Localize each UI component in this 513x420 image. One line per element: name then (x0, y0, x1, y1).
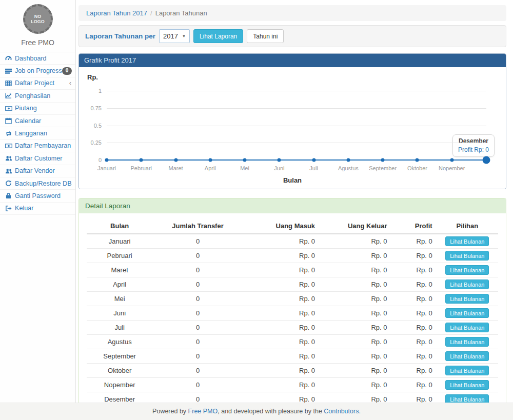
x-tick-label: April (205, 165, 216, 171)
cell-masuk: Rp. 0 (243, 364, 319, 378)
cell-pilihan: Lihat Bulanan (437, 249, 498, 263)
chart-point (243, 158, 247, 162)
cell-bulan: Maret (87, 263, 152, 277)
cell-masuk: Rp. 0 (243, 306, 319, 321)
sidebar-item-daftar-vendor[interactable]: Daftar Vendor (0, 165, 75, 177)
col-pilihan: Pilihan (437, 218, 498, 234)
table-icon (4, 80, 13, 87)
sidebar-item-keluar[interactable]: Keluar (0, 203, 75, 215)
lihat-bulanan-button[interactable]: Lihat Bulanan (445, 351, 489, 361)
line-chart-icon (4, 92, 13, 99)
lock-icon (4, 192, 13, 199)
main-content: Laporan Tahun 2017/Laporan Tahunan Lapor… (76, 0, 513, 403)
sidebar-item-label: Daftar Project (15, 79, 54, 87)
profit-chart-panel: Grafik Profit 2017 Rp. Desember Profit R… (78, 53, 506, 189)
sidebar-item-dashboard[interactable]: Dashboard (0, 52, 75, 65)
calendar-icon (4, 117, 13, 124)
x-tick-label: Agustus (338, 165, 359, 171)
sidebar-item-daftar-pembayaran[interactable]: Daftar Pembayaran (0, 140, 75, 152)
lihat-bulanan-button[interactable]: Lihat Bulanan (445, 279, 489, 289)
breadcrumb-separator: / (150, 9, 152, 17)
sidebar-item-daftar-customer[interactable]: Daftar Customer (0, 152, 75, 165)
lihat-bulanan-button[interactable]: Lihat Bulanan (445, 323, 489, 332)
cell-keluar: Rp. 0 (319, 306, 391, 321)
cell-profit: Rp. 0 (391, 249, 436, 263)
table-row: Maret0Rp. 0Rp. 0Rp. 0Lihat Bulanan (87, 263, 498, 277)
plot-area: JanuariPebruariMaretAprilMeiJuniJuliAgus… (107, 67, 486, 189)
table-header-row: Bulan Jumlah Transfer Uang Masuk Uang Ke… (87, 218, 498, 234)
refresh-icon (4, 180, 13, 187)
col-bulan: Bulan (87, 218, 152, 234)
logo: NO LOGO (0, 0, 75, 34)
cell-pilihan: Lihat Bulanan (437, 364, 498, 378)
table-row: Oktober0Rp. 0Rp. 0Rp. 0Lihat Bulanan (87, 364, 498, 378)
profit-chart: Rp. Desember Profit Rp: 0 Bulan 00.250.5… (79, 67, 506, 189)
cell-bulan: Nopember (87, 378, 152, 392)
sidebar-item-piutang[interactable]: Piutang (0, 103, 75, 115)
sidebar-item-label: Job on Progress (15, 67, 62, 74)
cell-profit: Rp. 0 (391, 234, 436, 249)
col-jumlah-transfer: Jumlah Transfer (152, 218, 243, 234)
chart-panel-title: Grafik Profit 2017 (79, 54, 506, 67)
sidebar-item-job-on-progress[interactable]: Job on Progress0 (0, 65, 75, 77)
detail-report-panel: Detail Laporan Bulan Jumlah Transfer Uan… (78, 198, 506, 420)
cell-transfer: 0 (152, 277, 243, 292)
lihat-bulanan-button[interactable]: Lihat Bulanan (445, 265, 489, 275)
table-row: September0Rp. 0Rp. 0Rp. 0Lihat Bulanan (87, 349, 498, 364)
y-tick-label: 0.5 (79, 123, 102, 129)
sidebar-item-label: Daftar Pembayaran (15, 142, 71, 149)
cell-bulan: April (87, 277, 152, 292)
x-tick-label: Oktober (407, 165, 427, 171)
cell-profit: Rp. 0 (391, 335, 436, 349)
report-toolbar: Laporan Tahunan per 2017 ▼ Lihat Laporan… (78, 25, 506, 47)
tasks-icon (4, 68, 13, 74)
lihat-bulanan-button[interactable]: Lihat Bulanan (445, 308, 489, 318)
cell-profit: Rp. 0 (391, 292, 436, 306)
sidebar-item-ganti-password[interactable]: Ganti Password (0, 190, 75, 202)
year-select[interactable]: 2017 ▼ (159, 29, 190, 43)
cell-pilihan: Lihat Bulanan (437, 234, 498, 249)
cell-masuk: Rp. 0 (243, 335, 319, 349)
chart-point (105, 158, 109, 162)
count-badge: 0 (62, 67, 72, 75)
x-tick-label: Juli (309, 165, 318, 171)
cell-bulan: Januari (87, 234, 152, 249)
footer-link-contributors[interactable]: Contributors. (324, 408, 361, 415)
lihat-bulanan-button[interactable]: Lihat Bulanan (445, 251, 489, 261)
footer-text-middle: , and developed with pleasure by the (218, 408, 324, 415)
cell-keluar: Rp. 0 (319, 292, 391, 306)
cell-transfer: 0 (152, 349, 243, 364)
sidebar-item-label: Backup/Restore DB (15, 180, 72, 187)
sidebar-item-backup-restore-db[interactable]: Backup/Restore DB (0, 177, 75, 190)
cell-keluar: Rp. 0 (319, 378, 391, 392)
breadcrumb-link[interactable]: Laporan Tahun 2017 (86, 9, 147, 17)
cell-profit: Rp. 0 (391, 364, 436, 378)
col-uang-masuk: Uang Masuk (243, 218, 319, 234)
cell-bulan: Pebruari (87, 249, 152, 263)
chevron-down-icon: ▼ (182, 34, 186, 38)
table-row: Mei0Rp. 0Rp. 0Rp. 0Lihat Bulanan (87, 292, 498, 306)
cell-pilihan: Lihat Bulanan (437, 292, 498, 306)
lihat-bulanan-button[interactable]: Lihat Bulanan (445, 366, 489, 375)
lihat-bulanan-button[interactable]: Lihat Bulanan (445, 236, 489, 246)
footer-link-freepmo[interactable]: Free PMO (188, 408, 218, 415)
cell-masuk: Rp. 0 (243, 263, 319, 277)
lihat-bulanan-button[interactable]: Lihat Bulanan (445, 380, 489, 390)
sidebar-item-calendar[interactable]: Calendar (0, 115, 75, 127)
cell-masuk: Rp. 0 (243, 349, 319, 364)
tahun-ini-button[interactable]: Tahun ini (247, 29, 284, 43)
lihat-bulanan-button[interactable]: Lihat Bulanan (445, 294, 489, 304)
sidebar-item-label: Daftar Vendor (15, 167, 55, 174)
sidebar-item-penghasilan[interactable]: Penghasilan (0, 90, 75, 102)
table-row: Nopember0Rp. 0Rp. 0Rp. 0Lihat Bulanan (87, 378, 498, 392)
cell-keluar: Rp. 0 (319, 349, 391, 364)
lihat-laporan-button[interactable]: Lihat Laporan (193, 29, 243, 43)
sidebar-item-langganan[interactable]: Langganan (0, 127, 75, 139)
lihat-bulanan-button[interactable]: Lihat Bulanan (445, 337, 489, 347)
money-icon (4, 105, 13, 112)
chevron-left-icon: ‹ (69, 81, 71, 86)
cell-keluar: Rp. 0 (319, 234, 391, 249)
sidebar-item-daftar-project[interactable]: Daftar Project‹ (0, 77, 75, 90)
cell-masuk: Rp. 0 (243, 234, 319, 249)
cell-bulan: Juli (87, 321, 152, 335)
